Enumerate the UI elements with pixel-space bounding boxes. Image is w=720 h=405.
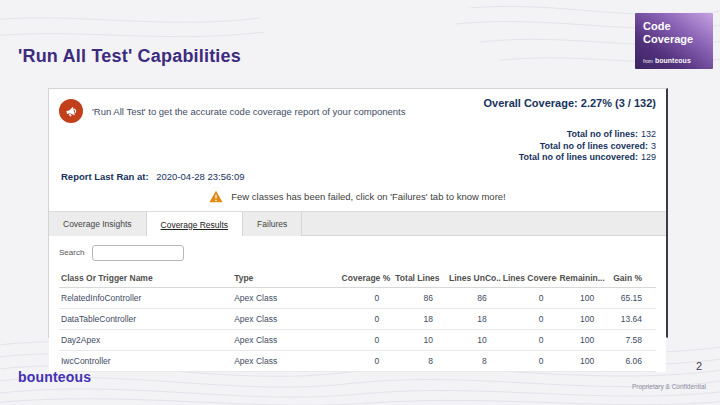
table-cell: Apex Class [232, 350, 339, 371]
badge-title-line1: Code [643, 20, 705, 33]
total-value: 129 [641, 152, 656, 162]
table-cell: 100 [557, 287, 608, 308]
confidentiality-note: Proprietary & Confidential [632, 383, 706, 390]
panel-header: 'Run All Test' to get the accurate code … [49, 89, 666, 123]
table-cell: 100 [557, 308, 608, 329]
column-header: Type [232, 270, 339, 288]
table-cell: 0 [340, 287, 394, 308]
tab-coverage-insights[interactable]: Coverage Insights [49, 212, 147, 237]
column-header: Lines UnCo... [447, 270, 501, 288]
badge-brand: frombounteous [643, 57, 705, 64]
tab-coverage-results[interactable]: Coverage Results [147, 212, 244, 238]
slide-title: 'Run All Test' Capabilities [18, 46, 241, 67]
search-row: Search [59, 245, 656, 261]
column-header: Lines Covered [501, 270, 558, 288]
code-coverage-badge: Code Coverage frombounteous [635, 13, 713, 69]
app-screenshot-panel: 'Run All Test' to get the accurate code … [48, 88, 668, 338]
search-label: Search [59, 248, 84, 257]
column-header: Remainin... [557, 270, 608, 288]
badge-from-label: from [643, 58, 653, 64]
table-cell: 0 [501, 287, 558, 308]
coverage-results-table: Class Or Trigger NameTypeCoverage %Total… [59, 270, 656, 372]
table-cell: 0 [501, 350, 558, 371]
table-cell: 0 [340, 329, 394, 350]
table-body: RelatedInfoControllerApex Class086860100… [59, 287, 656, 371]
page-number: 2 [696, 360, 702, 372]
total-line: Total no of lines uncovered:129 [59, 152, 656, 164]
column-header: Gain % [608, 270, 656, 288]
table-cell: IwcController [59, 350, 232, 371]
column-header: Coverage % [340, 270, 394, 288]
table-cell: RelatedInfoController [59, 287, 232, 308]
totals-block: Total no of lines:132Total no of lines c… [49, 123, 666, 164]
table-cell: 0 [340, 350, 394, 371]
total-label: Total no of lines covered: [540, 141, 648, 151]
report-last-ran: Report Last Ran at: 2020-04-28 23:56:09 [49, 164, 666, 182]
table-cell: 8 [393, 350, 447, 371]
report-last-ran-value: 2020-04-28 23:56:09 [156, 171, 244, 182]
warning-banner: Few classes has been failed, click on 'F… [49, 182, 666, 211]
table-header-row: Class Or Trigger NameTypeCoverage %Total… [59, 270, 656, 288]
table-cell: Day2Apex [59, 329, 232, 350]
table-cell: 0 [340, 308, 394, 329]
badge-title: Code Coverage [643, 20, 705, 45]
table-cell: 100 [557, 329, 608, 350]
total-value: 132 [641, 129, 656, 139]
table-cell: 13.64 [608, 308, 656, 329]
total-value: 3 [651, 141, 656, 151]
announcement-text: 'Run All Test' to get the accurate code … [92, 105, 405, 117]
report-last-ran-label: Report Last Ran at: [61, 171, 149, 182]
announcement-megaphone-icon [59, 99, 83, 123]
tab-content: Search Class Or Trigger NameTypeCoverage… [49, 236, 666, 372]
warning-triangle-icon [209, 190, 223, 203]
table-cell: 7.58 [608, 329, 656, 350]
table-cell: 18 [447, 308, 501, 329]
table-cell: 0 [501, 329, 558, 350]
column-header: Class Or Trigger Name [59, 270, 232, 288]
total-label: Total no of lines uncovered: [519, 152, 638, 162]
table-row: RelatedInfoControllerApex Class086860100… [59, 287, 656, 308]
table-cell: 8 [447, 350, 501, 371]
tab-failures[interactable]: Failures [243, 212, 302, 237]
warning-text: Few classes has been failed, click on 'F… [231, 191, 506, 202]
table-cell: 10 [447, 329, 501, 350]
table-cell: DataTableController [59, 308, 232, 329]
table-row: IwcControllerApex Class08801006.06 [59, 350, 656, 371]
slide: 'Run All Test' Capabilities Code Coverag… [0, 0, 720, 405]
table-cell: 0 [501, 308, 558, 329]
table-cell: Apex Class [232, 329, 339, 350]
bounteous-logo: bounteous [18, 369, 91, 385]
badge-brand-name: bounteous [655, 57, 691, 64]
search-input[interactable] [92, 245, 184, 261]
table-cell: 65.15 [608, 287, 656, 308]
overall-coverage: Overall Coverage: 2.27% (3 / 132) [484, 97, 656, 109]
table-cell: 86 [393, 287, 447, 308]
total-line: Total no of lines covered:3 [59, 141, 656, 153]
table-cell: Apex Class [232, 287, 339, 308]
column-header: Total Lines [393, 270, 447, 288]
table-cell: 18 [393, 308, 447, 329]
table-row: DataTableControllerApex Class01818010013… [59, 308, 656, 329]
table-cell: 6.06 [608, 350, 656, 371]
table-cell: 10 [393, 329, 447, 350]
table-cell: Apex Class [232, 308, 339, 329]
announcement: 'Run All Test' to get the accurate code … [59, 99, 405, 123]
badge-title-line2: Coverage [643, 33, 705, 46]
table-cell: 100 [557, 350, 608, 371]
table-row: Day2ApexApex Class0101001007.58 [59, 329, 656, 350]
table-cell: 86 [447, 287, 501, 308]
table-header: Class Or Trigger NameTypeCoverage %Total… [59, 270, 656, 288]
total-label: Total no of lines: [567, 129, 638, 139]
tab-strip: Coverage InsightsCoverage ResultsFailure… [49, 211, 666, 236]
total-line: Total no of lines:132 [59, 129, 656, 141]
